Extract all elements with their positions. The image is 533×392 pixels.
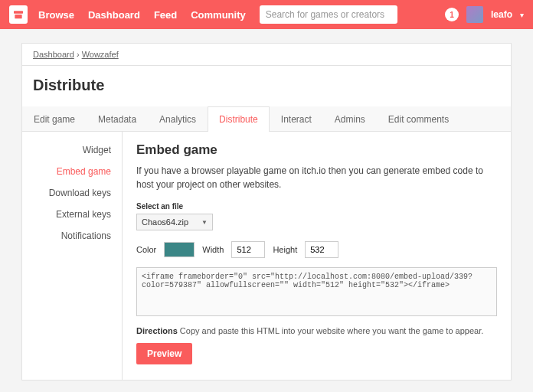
directions-label: Directions <box>136 326 178 335</box>
breadcrumb: Dashboard › Wowzafef <box>22 44 511 66</box>
dimensions-row: Color Width Height <box>136 241 497 258</box>
svg-rect-1 <box>15 15 21 18</box>
file-label: Select an file <box>136 202 497 211</box>
tab-edit-comments[interactable]: Edit comments <box>377 106 460 132</box>
caret-down-icon: ▼ <box>201 219 208 226</box>
tab-distribute[interactable]: Distribute <box>208 106 270 132</box>
sidenav-external-keys[interactable]: External keys <box>22 204 122 225</box>
page-panel: Dashboard › Wowzafef Distribute Edit gam… <box>21 43 512 381</box>
avatar[interactable] <box>466 6 483 23</box>
file-select[interactable]: Chaos64.zip ▼ <box>136 214 213 230</box>
username[interactable]: leafo <box>491 9 512 20</box>
preview-button[interactable]: Preview <box>136 343 192 364</box>
sidenav-widget[interactable]: Widget <box>22 139 122 161</box>
main-content: Embed game If you have a browser playabl… <box>122 132 511 380</box>
file-selected-value: Chaos64.zip <box>142 217 188 227</box>
width-input[interactable] <box>231 241 265 258</box>
sidenav-download-keys[interactable]: Download keys <box>22 182 122 204</box>
content-description: If you have a browser playable game on i… <box>136 164 497 191</box>
notification-badge[interactable]: 1 <box>445 8 459 21</box>
crumb-dashboard[interactable]: Dashboard <box>33 50 74 59</box>
height-label: Height <box>273 245 297 254</box>
tab-edit-game[interactable]: Edit game <box>22 106 87 132</box>
tab-interact[interactable]: Interact <box>270 106 323 132</box>
directions-text: Copy and paste this HTML into your websi… <box>178 326 483 335</box>
page-title: Distribute <box>22 66 511 106</box>
height-input[interactable] <box>305 241 338 258</box>
crumb-sep: › <box>77 50 80 59</box>
top-nav: Browse Dashboard Feed Community <box>38 9 246 21</box>
search-input[interactable] <box>260 5 397 24</box>
search-container <box>260 5 397 24</box>
nav-feed[interactable]: Feed <box>154 9 177 21</box>
top-right: 1 leafo ▾ <box>445 6 524 23</box>
tab-metadata[interactable]: Metadata <box>87 106 148 132</box>
width-label: Width <box>202 245 224 254</box>
sidenav-notifications[interactable]: Notifications <box>22 225 122 247</box>
svg-rect-0 <box>14 11 23 13</box>
color-label: Color <box>136 245 156 254</box>
tab-analytics[interactable]: Analytics <box>148 106 208 132</box>
tabs: Edit game Metadata Analytics Distribute … <box>22 106 511 132</box>
tab-admins[interactable]: Admins <box>323 106 377 132</box>
chevron-down-icon[interactable]: ▾ <box>520 11 524 19</box>
directions: Directions Copy and paste this HTML into… <box>136 326 497 335</box>
nav-browse[interactable]: Browse <box>38 9 74 21</box>
crumb-project[interactable]: Wowzafef <box>82 50 119 59</box>
content-body: Widget Embed game Download keys External… <box>22 132 511 380</box>
content-heading: Embed game <box>136 142 497 158</box>
side-nav: Widget Embed game Download keys External… <box>22 132 122 380</box>
site-logo[interactable] <box>9 5 28 24</box>
topbar: Browse Dashboard Feed Community 1 leafo … <box>0 0 533 29</box>
nav-dashboard[interactable]: Dashboard <box>88 9 140 21</box>
sidenav-embed-game[interactable]: Embed game <box>22 161 122 182</box>
nav-community[interactable]: Community <box>191 9 246 21</box>
color-swatch[interactable] <box>164 242 195 257</box>
embed-code-textarea[interactable]: <iframe frameborder="0" src="http://loca… <box>136 267 497 316</box>
